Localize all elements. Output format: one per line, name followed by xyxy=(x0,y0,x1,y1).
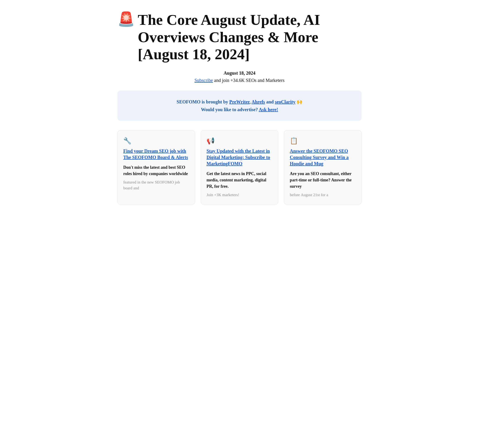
sponsor-advertise-prefix: Would you like to advertise? xyxy=(201,107,259,112)
card-3: 📋 Answer the SEOFOMO SEO Consulting Surv… xyxy=(284,130,362,205)
card-1-icon: 🔧 xyxy=(123,137,189,145)
subscribe-link[interactable]: Subscribe xyxy=(194,78,213,83)
card-2: 📢 Stay Updated with the Latest in Digita… xyxy=(201,130,278,205)
title-emoji: 🚨 xyxy=(117,11,135,27)
sponsor-sep2: and xyxy=(265,99,275,104)
meta-subscribe-text: and join +34.6K SEOs and Marketers xyxy=(213,78,284,83)
card-2-desc-light: Join +3K marketers! xyxy=(206,192,273,198)
sponsor-link-prewriter[interactable]: PreWriter xyxy=(229,99,249,104)
card-3-desc-bold: Are you an SEO consultant, either part-t… xyxy=(290,171,356,190)
sponsor-link-ahrefs[interactable]: Ahrefs xyxy=(252,99,265,104)
card-1-desc-light: featured in the new SEOFOMO job board an… xyxy=(123,179,189,191)
cards-grid: 🔧 Find your Dream SEO job with The SEOFO… xyxy=(117,130,362,205)
meta-section: August 18, 2024 Subscribe and join +34.6… xyxy=(117,70,362,83)
card-2-desc-bold: Get the latest news in PPC, social media… xyxy=(206,171,273,190)
sponsor-prefix: SEOFOMO is brought by xyxy=(177,99,229,104)
card-2-icon: 📢 xyxy=(206,137,273,145)
meta-subscribe: Subscribe and join +34.6K SEOs and Marke… xyxy=(117,78,362,83)
card-3-icon: 📋 xyxy=(290,137,356,145)
sponsor-ask-link[interactable]: Ask here! xyxy=(259,107,278,112)
card-3-desc-light: before August 21st for a xyxy=(290,192,356,198)
page-title: 🚨 The Core August Update, AI Overviews C… xyxy=(117,11,362,63)
sponsor-line2: Would you like to advertise? Ask here! xyxy=(123,107,356,112)
sponsor-line1: SEOFOMO is brought by PreWriter, Ahrefs … xyxy=(123,99,356,105)
card-1-desc-bold: Don't miss the latest and best SEO roles… xyxy=(123,164,189,177)
sponsor-emoji: 🙌 xyxy=(297,99,302,104)
title-text: The Core August Update, AI Overviews Cha… xyxy=(138,11,362,63)
card-2-title[interactable]: Stay Updated with the Latest in Digital … xyxy=(206,148,273,167)
card-1: 🔧 Find your Dream SEO job with The SEOFO… xyxy=(117,130,195,205)
meta-date: August 18, 2024 xyxy=(117,70,362,76)
sponsor-link-seoclarity[interactable]: seoClarity xyxy=(275,99,295,104)
card-1-title[interactable]: Find your Dream SEO job with The SEOFOMO… xyxy=(123,148,189,161)
card-3-title[interactable]: Answer the SEOFOMO SEO Consulting Survey… xyxy=(290,148,356,167)
sponsor-box: SEOFOMO is brought by PreWriter, Ahrefs … xyxy=(117,91,362,121)
